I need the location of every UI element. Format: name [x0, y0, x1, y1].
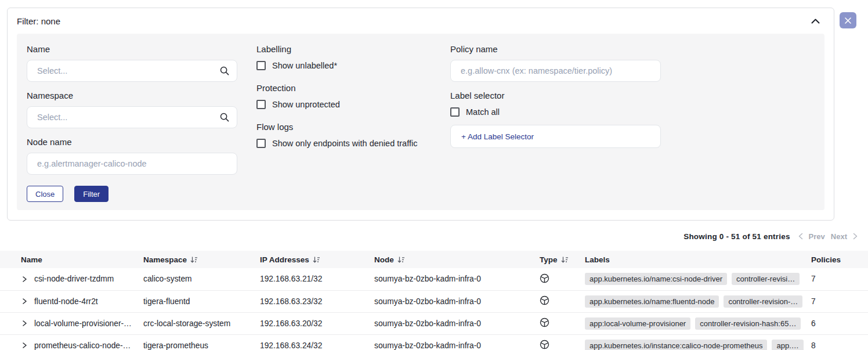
endpoint-name: prometheus-calico-node-…: [34, 341, 131, 350]
close-icon: [845, 17, 851, 24]
match-all-checkbox-row[interactable]: Match all: [450, 106, 661, 118]
close-filter-x-button[interactable]: [840, 12, 856, 28]
filter-column-policy: Policy name Label selector Match all + A…: [450, 44, 661, 148]
pagination-summary: Showing 0 - 51 of 51 entries: [683, 232, 790, 241]
match-all-label: Match all: [466, 107, 500, 117]
table-header-row: Name Namespace IP Addresses Node Type La…: [0, 251, 868, 268]
close-button[interactable]: Close: [27, 186, 63, 202]
name-select-input[interactable]: [27, 60, 237, 82]
label-pill: app:local-volume-provisioner: [585, 317, 690, 330]
column-header-type[interactable]: Type: [540, 255, 558, 264]
match-all-checkbox[interactable]: [450, 107, 460, 117]
expand-row-icon[interactable]: [21, 298, 28, 305]
node-name-input[interactable]: [27, 153, 237, 175]
endpoint-ip: 192.168.63.20/32: [260, 312, 374, 334]
endpoint-namespace: crc-local-storage-system: [143, 312, 260, 334]
namespace-select-input[interactable]: [27, 106, 237, 128]
column-header-policies: Policies: [811, 255, 841, 264]
endpoint-node: soumya-bz-0zbo-kadm-infra-0: [374, 334, 540, 350]
endpoint-policies-count: 7: [810, 290, 868, 312]
labelling-section-label: Labelling: [256, 44, 448, 55]
protection-section-label: Protection: [256, 82, 448, 94]
show-unlabelled-label: Show unlabelled*: [272, 61, 337, 70]
endpoint-name: fluentd-node-4rr2t: [34, 297, 98, 306]
label-pill: app.kubernetes.io/name:fluentd-node: [585, 295, 719, 308]
pagination-bar: Showing 0 - 51 of 51 entries Prev Next: [683, 231, 858, 241]
sort-icon[interactable]: [561, 256, 569, 264]
pod-type-icon: [540, 317, 549, 327]
pod-type-icon: [540, 273, 549, 283]
show-unlabelled-checkbox-row[interactable]: Show unlabelled*: [256, 60, 448, 71]
column-header-name: Name: [21, 255, 42, 264]
sort-icon[interactable]: [397, 256, 405, 264]
show-unprotected-label: Show unprotected: [272, 100, 340, 109]
column-header-namespace[interactable]: Namespace: [143, 255, 187, 264]
endpoint-node: soumya-bz-0zbo-kadm-infra-0: [374, 312, 540, 334]
search-icon[interactable]: [219, 112, 230, 122]
table-row[interactable]: fluentd-node-4rr2t tigera-fluentd 192.16…: [0, 290, 868, 312]
filter-column-inputs: Name Namespace Node name: [27, 44, 237, 202]
chevron-right-icon[interactable]: [853, 233, 858, 240]
filter-panel-header: Filter: none: [17, 8, 824, 34]
filter-form: Name Namespace Node name: [17, 34, 824, 210]
endpoint-ip: 192.168.63.23/32: [260, 290, 374, 312]
pod-type-icon: [540, 295, 549, 305]
label-pill: controller-revision-hash:65…: [695, 317, 801, 330]
sort-icon[interactable]: [313, 256, 320, 264]
endpoint-node: soumya-bz-0zbo-kadm-infra-0: [374, 290, 540, 312]
filter-button[interactable]: Filter: [74, 186, 108, 202]
label-pill: app.…: [772, 340, 803, 350]
column-header-node[interactable]: Node: [374, 255, 394, 264]
endpoint-name: local-volume-provisioner-…: [34, 319, 132, 328]
chevron-left-icon[interactable]: [798, 233, 803, 240]
denied-traffic-checkbox[interactable]: [256, 139, 266, 148]
namespace-field-label: Namespace: [27, 90, 237, 102]
collapse-filter-button[interactable]: [809, 16, 822, 26]
label-selector-section-label: Label selector: [450, 90, 661, 102]
endpoint-policies-count: 6: [810, 312, 868, 334]
next-page-button[interactable]: Next: [831, 232, 847, 241]
chevron-up-icon: [811, 19, 820, 24]
show-unprotected-checkbox-row[interactable]: Show unprotected: [256, 99, 448, 110]
search-icon[interactable]: [219, 66, 230, 76]
label-pill: app.kubernetes.io/instance:calico-node-p…: [585, 340, 767, 350]
endpoint-namespace: tigera-prometheus: [143, 334, 260, 350]
filter-panel: Filter: none Name Namespace: [7, 8, 834, 221]
show-unprotected-checkbox[interactable]: [256, 100, 266, 109]
table-row[interactable]: local-volume-provisioner-… crc-local-sto…: [0, 312, 868, 334]
endpoint-ip: 192.168.63.24/32: [260, 334, 374, 350]
endpoints-table: Name Namespace IP Addresses Node Type La…: [0, 251, 868, 350]
expand-row-icon[interactable]: [21, 320, 28, 327]
prev-page-button[interactable]: Prev: [809, 232, 825, 241]
expand-row-icon[interactable]: [21, 276, 28, 283]
label-pill: app.kubernetes.io/name:csi-node-driver: [585, 273, 727, 285]
add-label-selector-button[interactable]: + Add Label Selector: [450, 125, 661, 148]
label-pill: controller-revision-…: [724, 295, 802, 308]
table-row[interactable]: csi-node-driver-tzdmm calico-system 192.…: [0, 268, 868, 290]
endpoint-policies-count: 8: [810, 334, 868, 350]
sort-icon[interactable]: [190, 256, 198, 264]
endpoint-name: csi-node-driver-tzdmm: [34, 275, 114, 283]
endpoint-node: soumya-bz-0zbo-kadm-infra-0: [374, 268, 540, 290]
table-row[interactable]: prometheus-calico-node-… tigera-promethe…: [0, 334, 868, 350]
denied-traffic-label: Show only endpoints with denied traffic: [272, 139, 417, 148]
flow-logs-section-label: Flow logs: [256, 121, 448, 133]
node-name-field-label: Node name: [27, 136, 237, 148]
pod-type-icon: [540, 340, 549, 349]
column-header-ip-addresses[interactable]: IP Addresses: [260, 255, 309, 264]
denied-traffic-checkbox-row[interactable]: Show only endpoints with denied traffic: [256, 138, 448, 149]
endpoint-namespace: tigera-fluentd: [143, 290, 260, 312]
show-unlabelled-checkbox[interactable]: [256, 61, 266, 70]
name-field-label: Name: [27, 44, 237, 55]
endpoint-policies-count: 7: [810, 268, 868, 290]
column-header-labels: Labels: [585, 255, 610, 264]
endpoint-ip: 192.168.63.21/32: [260, 268, 374, 290]
label-pill: controller-revisi…: [732, 273, 800, 285]
filter-column-checkboxes: Labelling Show unlabelled* Protection Sh…: [256, 44, 448, 160]
policy-name-input[interactable]: [450, 60, 661, 82]
policy-name-field-label: Policy name: [450, 44, 661, 55]
expand-row-icon[interactable]: [21, 342, 28, 349]
endpoint-namespace: calico-system: [143, 268, 260, 290]
filter-panel-title: Filter: none: [17, 16, 60, 26]
